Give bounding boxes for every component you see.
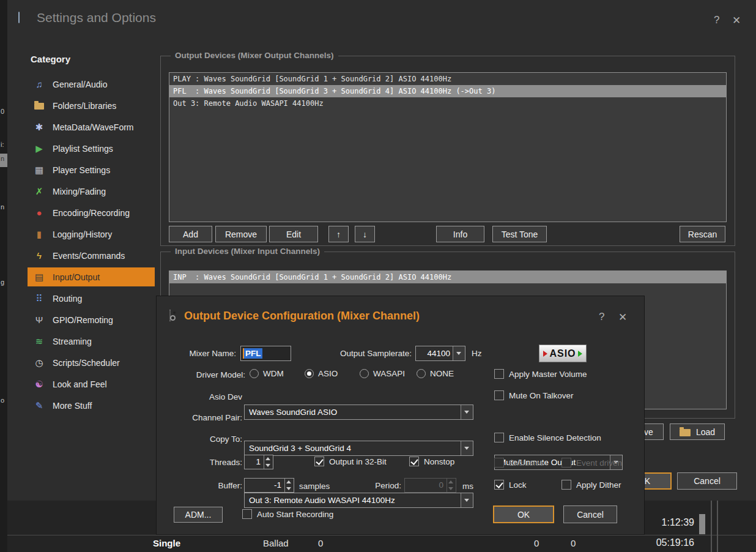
stepper-arrows[interactable] [284,479,294,492]
sidebar-item-general-audio[interactable]: ♫ General/Audio [28,75,155,94]
dialog-cancel-button[interactable]: Cancel [563,505,617,523]
dialog-close-button[interactable]: ✕ [618,311,627,324]
output-device-row-selected[interactable]: PFL : Waves SoundGrid [SoundGrid 3 + Sou… [169,85,726,97]
test-tone-button[interactable]: Test Tone [492,226,547,242]
checkbox-icon [494,458,504,468]
group-title: Input Devices (Mixer Input Channels) [171,247,324,256]
radio-circle-icon [417,369,426,378]
output-device-row[interactable]: Out 3: Remote Audio WASAPI 44100Hz [169,97,726,110]
load-button[interactable]: Load [670,423,725,440]
lock-checkbox[interactable]: Lock [494,480,527,490]
adm-button[interactable]: ADM... [174,507,223,523]
window-titlebar[interactable]: Settings and Options ? ✕ [7,0,756,32]
radio-none[interactable]: NONE [417,369,454,378]
chevron-down-icon [461,441,473,455]
dialog-titlebar[interactable]: Output Device Configuration (Mixer Chann… [157,296,644,327]
copy-to-select[interactable]: Out 3: Remote Audio WASAPI 44100Hz [244,493,473,508]
briefcase-icon: ▦ [34,165,45,176]
down-arrow-icon[interactable] [285,485,294,492]
sidebar-item-mixing-fading[interactable]: ✗ Mixing/Fading [28,182,155,201]
input-device-row-selected[interactable]: INP : Waves SoundGrid [SoundGrid 1 + Sou… [169,271,726,283]
move-up-button[interactable]: ↑ [328,226,349,242]
sidebar-item-label: Scripts/Scheduler [53,358,120,368]
radio-wasapi[interactable]: WASAPI [360,369,405,378]
column-divider [717,501,718,552]
up-arrow-icon[interactable] [285,479,294,485]
asio-device-label: Asio Dev [166,392,242,401]
mixer-name-input[interactable]: PFL [240,346,291,361]
sidebar-item-more-stuff[interactable]: ✎ More Stuff [28,396,155,415]
close-button[interactable]: ✕ [732,14,741,27]
event-driven-checkbox: Event driven [561,458,622,468]
dialog-ok-button[interactable]: OK [493,505,554,523]
checkbox-label: Output in 32-Bit [329,457,387,466]
asio-device-select[interactable]: Waves SoundGrid ASIO [244,405,473,420]
sidebar-item-logging-history[interactable]: ▮ Logging/History [28,225,155,244]
sidebar-item-scripts-scheduler[interactable]: ◷ Scripts/Scheduler [28,353,155,372]
edit-button[interactable]: Edit [269,226,318,242]
window-title: Settings and Options [37,10,156,25]
radio-wdm[interactable]: WDM [250,369,284,378]
enable-silence-detection-checkbox[interactable]: Enable Silence Detection [494,433,601,442]
apply-master-volume-checkbox[interactable]: Apply Master Volume [494,369,587,379]
checkbox-label: Nonstop [424,457,454,466]
antenna-icon: Ψ [34,315,45,326]
stepper-arrows[interactable] [264,455,273,469]
sidebar-item-gpio-remoting[interactable]: Ψ GPIO/Remoting [28,310,155,329]
up-arrow-icon[interactable] [264,455,273,462]
radio-circle-icon [250,369,259,378]
sidebar-item-routing[interactable]: ⠿ Routing [28,289,155,308]
output-device-row[interactable]: PLAY : Waves SoundGrid [SoundGrid 1 + So… [169,73,726,85]
copy-to-label: Copy To: [166,435,242,444]
apply-dither-checkbox[interactable]: Apply Dither [561,480,621,490]
help-button[interactable]: ? [714,14,719,26]
sidebar-item-folders-libraries[interactable]: Folders/Libraries [28,96,155,115]
period-stepper: 0 [404,478,456,493]
down-arrow-icon[interactable] [264,462,273,469]
radio-asio[interactable]: ASIO [305,369,338,378]
info-button[interactable]: Info [436,226,484,242]
folder-open-icon [680,429,691,436]
add-button[interactable]: Add [169,226,212,242]
dialog-help-button[interactable]: ? [599,311,604,323]
checkbox-label: Lock [509,480,527,490]
button-label: Edit [286,229,301,239]
button-label: Add [183,229,198,239]
sidebar-item-metadata-waveform[interactable]: ✱ MetaData/WaveForm [28,117,155,136]
sidebar-item-encoding-recording[interactable]: ● Encoding/Recording [28,203,155,222]
threads-stepper[interactable]: 1 [244,455,273,469]
cancel-button[interactable]: Cancel [677,472,737,490]
sidebar-item-playlist-settings[interactable]: ▶ Playlist Settings [28,139,155,158]
button-label: Cancel [577,510,604,520]
playlist-cell-count: 0 [571,538,576,548]
radio-label: NONE [430,369,454,378]
nonstop-checkbox[interactable]: Nonstop [409,457,454,466]
selected-value: SoundGrid 3 + SoundGrid 4 [245,444,461,453]
buffer-stepper[interactable]: -1 [244,478,294,493]
move-down-button[interactable]: ↓ [355,226,375,242]
button-label: Cancel [694,476,721,486]
remove-button[interactable]: Remove [215,226,267,242]
sidebar-item-events-commands[interactable]: ϟ Events/Commands [28,246,155,265]
sidebar-item-look-and-feel[interactable]: ☯ Look and Feel [28,375,155,393]
checkbox-icon [494,390,504,400]
auto-start-recording-checkbox[interactable]: Auto Start Recording [242,509,333,519]
radio-circle-icon [360,369,369,378]
down-arrow-icon: ↓ [363,229,367,239]
scrollbar-thumb[interactable] [699,514,705,534]
samplerate-select[interactable]: 44100 [415,346,465,361]
stream-icon: ≋ [34,336,45,347]
checkbox-icon [494,480,504,490]
category-list: ♫ General/Audio Folders/Libraries ✱ Meta… [28,75,155,415]
mute-on-talkover-checkbox[interactable]: Mute On Talkover [494,390,574,400]
sidebar-item-streaming[interactable]: ≋ Streaming [28,332,155,351]
audio-device-icon: ▤ [34,272,45,283]
stepper-value: 0 [405,479,447,492]
output-32bit-checkbox[interactable]: Output in 32-Bit [314,457,387,466]
sidebar-item-input-output[interactable]: ▤ Input/Output [28,267,155,286]
samples-unit-label: samples [299,482,330,491]
rescan-button[interactable]: Rescan [680,226,725,242]
channel-pair-select[interactable]: SoundGrid 3 + SoundGrid 4 [244,441,473,456]
sidebar-item-player-settings[interactable]: ▦ Player Settings [28,160,155,179]
output-devices-list[interactable]: PLAY : Waves SoundGrid [SoundGrid 1 + So… [169,72,727,222]
